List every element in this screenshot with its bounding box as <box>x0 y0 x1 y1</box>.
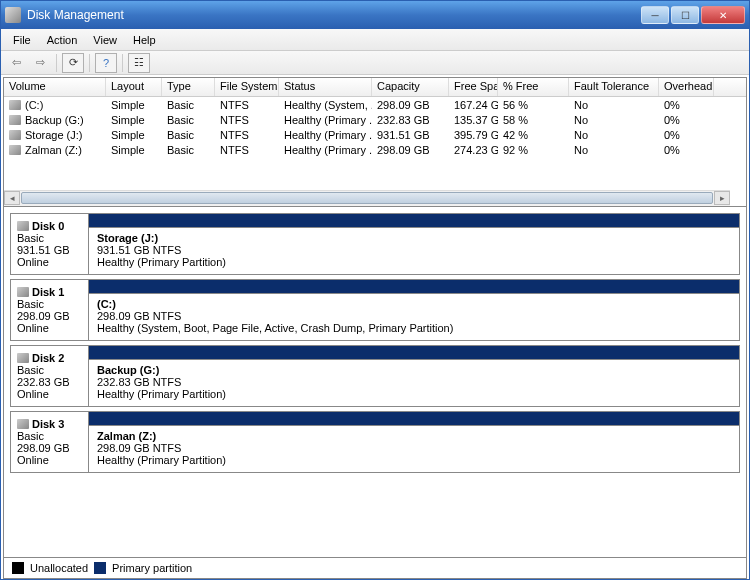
partition-info: Storage (J:)931.51 GB NTFSHealthy (Prima… <box>89 228 739 274</box>
disk-size: 298.09 GB <box>17 310 82 322</box>
legend-primary-label: Primary partition <box>112 562 192 574</box>
partition[interactable]: Backup (G:)232.83 GB NTFSHealthy (Primar… <box>89 346 739 406</box>
menu-file[interactable]: File <box>5 32 39 48</box>
partition-health: Healthy (Primary Partition) <box>97 454 731 466</box>
partition-color-bar <box>89 412 739 426</box>
partition-name: (C:) <box>97 298 731 310</box>
disk-state: Online <box>17 388 82 400</box>
scroll-thumb[interactable] <box>21 192 713 204</box>
drive-icon <box>9 100 21 110</box>
legend: Unallocated Primary partition <box>3 558 747 579</box>
disk-header[interactable]: Disk 0Basic931.51 GBOnline <box>11 214 89 274</box>
cell-volume: Zalman (Z:) <box>4 144 106 156</box>
separator <box>56 54 57 72</box>
cell-layout: Simple <box>106 99 162 111</box>
volume-rows: (C:)SimpleBasicNTFSHealthy (System, ...2… <box>4 97 746 191</box>
column-header-fs[interactable]: File System <box>215 78 279 96</box>
column-header-capacity[interactable]: Capacity <box>372 78 449 96</box>
cell-status: Healthy (Primary ... <box>279 114 372 126</box>
disk-name: Disk 3 <box>32 418 64 430</box>
disk-size: 931.51 GB <box>17 244 82 256</box>
back-button[interactable]: ⇦ <box>5 53 27 73</box>
cell-type: Basic <box>162 114 215 126</box>
disk-header[interactable]: Disk 3Basic298.09 GBOnline <box>11 412 89 472</box>
close-button[interactable]: ✕ <box>701 6 745 24</box>
cell-type: Basic <box>162 99 215 111</box>
separator <box>122 54 123 72</box>
horizontal-scrollbar[interactable]: ◂ ▸ <box>4 190 730 206</box>
cell-capacity: 298.09 GB <box>372 99 449 111</box>
scroll-left-icon[interactable]: ◂ <box>4 191 20 205</box>
cell-fs: NTFS <box>215 99 279 111</box>
content-area: VolumeLayoutTypeFile SystemStatusCapacit… <box>1 75 749 580</box>
disk-size: 298.09 GB <box>17 442 82 454</box>
partition-color-bar <box>89 346 739 360</box>
cell-free: 274.23 GB <box>449 144 498 156</box>
cell-pct: 42 % <box>498 129 569 141</box>
disk-name: Disk 2 <box>32 352 64 364</box>
column-header-fault[interactable]: Fault Tolerance <box>569 78 659 96</box>
disk-header[interactable]: Disk 2Basic232.83 GBOnline <box>11 346 89 406</box>
disk-type: Basic <box>17 298 82 310</box>
volume-row[interactable]: Backup (G:)SimpleBasicNTFSHealthy (Prima… <box>4 112 746 127</box>
scroll-right-icon[interactable]: ▸ <box>714 191 730 205</box>
disk-state: Online <box>17 322 82 334</box>
window-controls: ─ ☐ ✕ <box>641 6 745 24</box>
disk-header[interactable]: Disk 1Basic298.09 GBOnline <box>11 280 89 340</box>
column-header-layout[interactable]: Layout <box>106 78 162 96</box>
maximize-button[interactable]: ☐ <box>671 6 699 24</box>
column-header-overhead[interactable]: Overhead <box>659 78 714 96</box>
disk-name: Disk 0 <box>32 220 64 232</box>
partition-name: Backup (G:) <box>97 364 731 376</box>
cell-fault: No <box>569 129 659 141</box>
cell-status: Healthy (System, ... <box>279 99 372 111</box>
cell-volume: Backup (G:) <box>4 114 106 126</box>
partition-name: Zalman (Z:) <box>97 430 731 442</box>
window-title: Disk Management <box>27 8 641 22</box>
disk-row: Disk 3Basic298.09 GBOnlineZalman (Z:)298… <box>10 411 740 473</box>
cell-fs: NTFS <box>215 144 279 156</box>
partition-detail: 298.09 GB NTFS <box>97 442 731 454</box>
refresh-button[interactable]: ⟳ <box>62 53 84 73</box>
disk-icon <box>17 221 29 231</box>
cell-overhead: 0% <box>659 114 714 126</box>
legend-primary-icon <box>94 562 106 574</box>
partition[interactable]: (C:)298.09 GB NTFSHealthy (System, Boot,… <box>89 280 739 340</box>
settings-button[interactable]: ☷ <box>128 53 150 73</box>
volume-row[interactable]: Zalman (Z:)SimpleBasicNTFSHealthy (Prima… <box>4 142 746 157</box>
cell-status: Healthy (Primary ... <box>279 144 372 156</box>
column-header-pct[interactable]: % Free <box>498 78 569 96</box>
cell-pct: 58 % <box>498 114 569 126</box>
cell-type: Basic <box>162 144 215 156</box>
cell-overhead: 0% <box>659 144 714 156</box>
drive-icon <box>9 145 21 155</box>
partition[interactable]: Storage (J:)931.51 GB NTFSHealthy (Prima… <box>89 214 739 274</box>
menu-view[interactable]: View <box>85 32 125 48</box>
volume-row[interactable]: Storage (J:)SimpleBasicNTFSHealthy (Prim… <box>4 127 746 142</box>
partition-info: Zalman (Z:)298.09 GB NTFSHealthy (Primar… <box>89 426 739 472</box>
partition[interactable]: Zalman (Z:)298.09 GB NTFSHealthy (Primar… <box>89 412 739 472</box>
column-header-type[interactable]: Type <box>162 78 215 96</box>
cell-free: 395.79 GB <box>449 129 498 141</box>
partition-detail: 298.09 GB NTFS <box>97 310 731 322</box>
cell-fault: No <box>569 114 659 126</box>
cell-capacity: 931.51 GB <box>372 129 449 141</box>
menu-action[interactable]: Action <box>39 32 86 48</box>
column-header-status[interactable]: Status <box>279 78 372 96</box>
column-header-free[interactable]: Free Spa... <box>449 78 498 96</box>
menubar: File Action View Help <box>1 29 749 51</box>
volume-row[interactable]: (C:)SimpleBasicNTFSHealthy (System, ...2… <box>4 97 746 112</box>
column-header-volume[interactable]: Volume <box>4 78 106 96</box>
cell-overhead: 0% <box>659 99 714 111</box>
minimize-button[interactable]: ─ <box>641 6 669 24</box>
partition-detail: 232.83 GB NTFS <box>97 376 731 388</box>
cell-pct: 56 % <box>498 99 569 111</box>
titlebar[interactable]: Disk Management ─ ☐ ✕ <box>1 1 749 29</box>
cell-free: 167.24 GB <box>449 99 498 111</box>
menu-help[interactable]: Help <box>125 32 164 48</box>
partition-info: (C:)298.09 GB NTFSHealthy (System, Boot,… <box>89 294 739 340</box>
forward-button[interactable]: ⇨ <box>29 53 51 73</box>
cell-capacity: 232.83 GB <box>372 114 449 126</box>
help-button[interactable]: ? <box>95 53 117 73</box>
cell-fs: NTFS <box>215 129 279 141</box>
